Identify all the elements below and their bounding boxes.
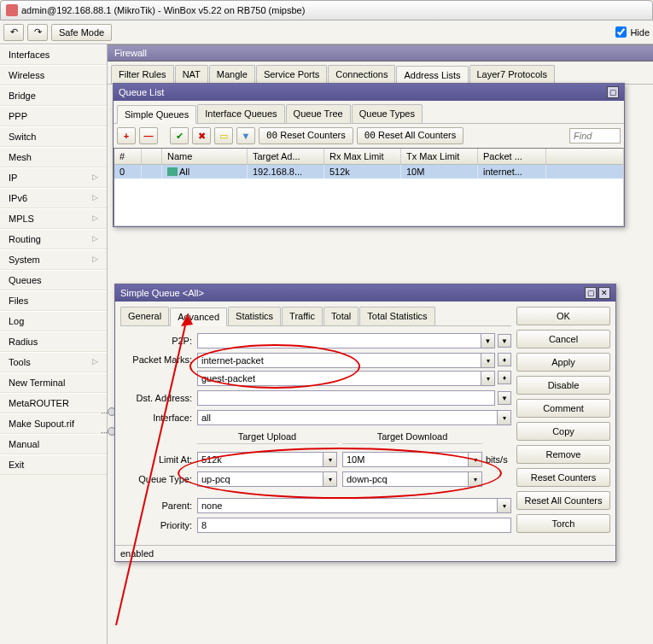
queue-add-button[interactable]: + bbox=[117, 127, 136, 144]
queue-type-upload-input[interactable] bbox=[197, 471, 324, 487]
sq-tab-advanced[interactable]: Advanced bbox=[170, 307, 227, 326]
queue-list-tab-interface-queues[interactable]: Interface Queues bbox=[197, 104, 284, 123]
sq-remove-button[interactable]: Remove bbox=[516, 445, 610, 464]
queue-type-download-input[interactable] bbox=[342, 471, 469, 487]
queue-find-input[interactable] bbox=[569, 128, 621, 143]
sidebar-item-mesh[interactable]: Mesh bbox=[0, 147, 107, 167]
sq-tab-total[interactable]: Total bbox=[324, 307, 359, 325]
firewall-tab-mangle[interactable]: Mangle bbox=[209, 65, 255, 84]
redo-button[interactable]: ↷ bbox=[27, 24, 48, 41]
sidebar-item-new-terminal[interactable]: New Terminal bbox=[0, 372, 107, 393]
reset-counters-button[interactable]: 00 Reset Counters bbox=[259, 127, 353, 144]
sq-comment-button[interactable]: Comment bbox=[516, 399, 610, 418]
reset-all-counters-button[interactable]: 00 Reset All Counters bbox=[357, 127, 464, 144]
queue-column-header[interactable]: Rx Max Limit bbox=[324, 149, 401, 164]
safe-mode-button[interactable]: Safe Mode bbox=[51, 24, 112, 41]
sidebar-item-mpls[interactable]: MPLS▷ bbox=[0, 208, 107, 229]
queue-column-header[interactable]: # bbox=[114, 149, 142, 164]
sq-ok-button[interactable]: OK bbox=[516, 307, 610, 325]
sq-torch-button[interactable]: Torch bbox=[516, 514, 610, 533]
packet-mark-0-action[interactable]: ♦ bbox=[498, 353, 511, 366]
p2p-input[interactable] bbox=[197, 333, 481, 348]
firewall-tab-connections[interactable]: Connections bbox=[328, 65, 395, 84]
firewall-tab-nat[interactable]: NAT bbox=[175, 65, 208, 84]
queue-list-minimize-button[interactable]: ▢ bbox=[607, 86, 619, 98]
sidebar-item-system[interactable]: System▷ bbox=[0, 249, 107, 270]
queue-disable-button[interactable]: ✖ bbox=[192, 127, 211, 144]
limit-at-upload-dropdown[interactable]: ▾ bbox=[324, 452, 337, 467]
simple-queue-title: Simple Queue <All> bbox=[120, 288, 204, 298]
p2p-toggle-button[interactable]: ▼ bbox=[498, 334, 511, 348]
queue-list-titlebar[interactable]: Queue List ▢ bbox=[114, 84, 624, 101]
priority-input[interactable] bbox=[197, 518, 511, 533]
sidebar-item-metarouter[interactable]: MetaROUTER bbox=[0, 393, 107, 413]
queue-enable-button[interactable]: ✔ bbox=[170, 127, 189, 144]
limit-at-download-dropdown[interactable]: ▾ bbox=[469, 452, 482, 467]
sidebar-item-manual[interactable]: Manual bbox=[0, 434, 107, 454]
queue-column-header[interactable]: Target Ad... bbox=[248, 149, 324, 164]
firewall-tab-address-lists[interactable]: Address Lists bbox=[396, 66, 468, 85]
interface-dropdown-button[interactable]: ▾ bbox=[498, 410, 511, 425]
firewall-tab-filter-rules[interactable]: Filter Rules bbox=[111, 65, 174, 84]
queue-type-download-dropdown[interactable]: ▾ bbox=[469, 471, 482, 487]
queue-list-tab-queue-tree[interactable]: Queue Tree bbox=[286, 104, 351, 123]
sidebar-item-routing[interactable]: Routing▷ bbox=[0, 229, 107, 249]
queue-comment-button[interactable]: ▭ bbox=[214, 127, 233, 144]
queue-column-header[interactable]: Packet ... bbox=[478, 149, 546, 164]
sidebar-item-tools[interactable]: Tools▷ bbox=[0, 352, 107, 372]
sq-copy-button[interactable]: Copy bbox=[516, 422, 610, 441]
queue-column-header[interactable]: Name bbox=[162, 149, 248, 164]
sidebar-item-log[interactable]: Log bbox=[0, 311, 107, 331]
packet-mark-0-input[interactable] bbox=[197, 353, 481, 368]
sq-disable-button[interactable]: Disable bbox=[516, 376, 610, 395]
queue-column-header[interactable] bbox=[142, 149, 162, 164]
queue-type-upload-dropdown[interactable]: ▾ bbox=[324, 471, 337, 487]
sidebar-item-queues[interactable]: Queues bbox=[0, 270, 107, 290]
sq-minimize-button[interactable]: ▢ bbox=[585, 287, 597, 299]
sq-tab-statistics[interactable]: Statistics bbox=[228, 307, 281, 325]
sidebar-item-ipv6[interactable]: IPv6▷ bbox=[0, 188, 107, 208]
dst-address-input[interactable] bbox=[197, 390, 495, 406]
firewall-tab-layer7-protocols[interactable]: Layer7 Protocols bbox=[469, 65, 556, 84]
packet-mark-1-dropdown[interactable]: ▾ bbox=[481, 371, 495, 386]
sq-close-button[interactable]: ✕ bbox=[598, 287, 610, 299]
sq-reset-counters-button[interactable]: Reset Counters bbox=[516, 468, 610, 487]
sidebar-item-exit[interactable]: Exit bbox=[0, 454, 107, 475]
sq-tab-total-statistics[interactable]: Total Statistics bbox=[359, 307, 434, 325]
sidebar-item-bridge[interactable]: Bridge bbox=[0, 85, 107, 106]
sq-cancel-button[interactable]: Cancel bbox=[516, 330, 610, 348]
simple-queue-titlebar[interactable]: Simple Queue <All> ▢ ✕ bbox=[115, 284, 615, 302]
undo-button[interactable]: ↶ bbox=[3, 24, 24, 41]
p2p-dropdown-button[interactable]: ▼ bbox=[481, 333, 495, 348]
sidebar-item-interfaces[interactable]: Interfaces bbox=[0, 44, 107, 65]
sidebar-item-switch[interactable]: Switch bbox=[0, 126, 107, 147]
sq-reset-all-counters-button[interactable]: Reset All Counters bbox=[516, 491, 610, 510]
parent-input[interactable] bbox=[197, 498, 498, 513]
sidebar-item-files[interactable]: Files bbox=[0, 290, 107, 311]
queue-list-tab-queue-types[interactable]: Queue Types bbox=[352, 104, 423, 123]
firewall-tab-service-ports[interactable]: Service Ports bbox=[256, 65, 327, 84]
sidebar-item-make-supout-rif[interactable]: Make Supout.rif bbox=[0, 413, 107, 434]
packet-mark-1-action[interactable]: ♦ bbox=[498, 371, 511, 384]
sq-tab-traffic[interactable]: Traffic bbox=[282, 307, 323, 325]
queue-filter-button[interactable]: ▼ bbox=[236, 127, 255, 144]
queue-list-tab-simple-queues[interactable]: Simple Queues bbox=[117, 105, 196, 124]
hide-checkbox-label[interactable]: Hide bbox=[615, 26, 650, 38]
sidebar-item-ip[interactable]: IP▷ bbox=[0, 167, 107, 188]
sq-apply-button[interactable]: Apply bbox=[516, 353, 610, 372]
queue-column-header[interactable]: Tx Max Limit bbox=[401, 149, 478, 164]
limit-at-download-input[interactable] bbox=[342, 452, 469, 467]
sidebar-item-wireless[interactable]: Wireless bbox=[0, 65, 107, 85]
sidebar-item-radius[interactable]: Radius bbox=[0, 331, 107, 352]
queue-row[interactable]: 0All192.168.8...512k10Minternet... bbox=[114, 165, 623, 179]
sq-tab-general[interactable]: General bbox=[120, 307, 169, 325]
packet-mark-0-dropdown[interactable]: ▾ bbox=[481, 353, 495, 368]
sidebar-item-ppp[interactable]: PPP bbox=[0, 106, 107, 126]
interface-input[interactable] bbox=[197, 410, 498, 425]
dst-toggle-button[interactable]: ▼ bbox=[498, 391, 511, 405]
parent-dropdown-button[interactable]: ▾ bbox=[498, 498, 511, 513]
hide-checkbox[interactable] bbox=[615, 26, 627, 38]
limit-at-upload-input[interactable] bbox=[197, 452, 324, 467]
queue-remove-button[interactable]: — bbox=[139, 127, 158, 144]
packet-mark-1-input[interactable] bbox=[197, 371, 481, 386]
